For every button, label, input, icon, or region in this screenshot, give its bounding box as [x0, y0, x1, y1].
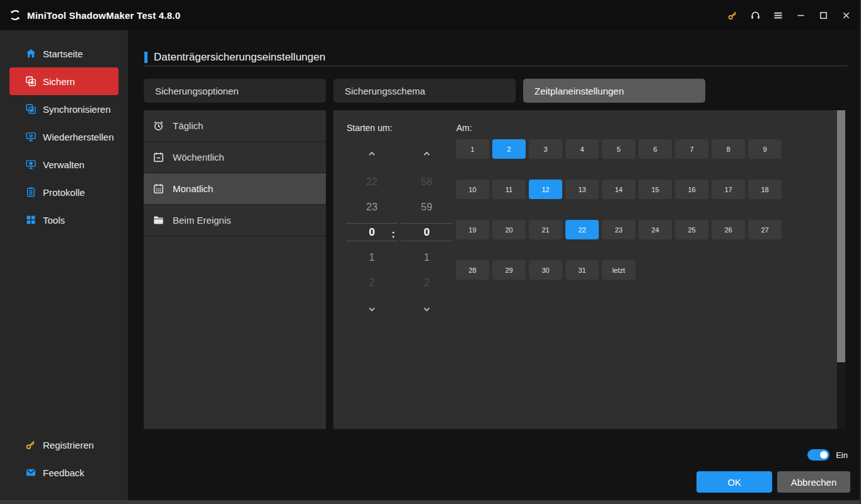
sidebar-item-label: Registrieren [43, 440, 94, 450]
close-icon[interactable] [835, 0, 857, 30]
day-button-16[interactable]: 16 [675, 180, 708, 199]
sidebar-item-sichern[interactable]: Sichern [9, 67, 118, 95]
tab-zeitplaneinstellungen[interactable]: Zeitplaneinstellungen [523, 79, 705, 103]
sidebar-item-wiederherstellen[interactable]: Wiederherstellen [0, 123, 128, 151]
hour-down-chevron-icon[interactable] [346, 302, 398, 317]
tab-sicherungsschema[interactable]: Sicherungsschema [333, 79, 516, 103]
cancel-button[interactable]: Abbrechen [777, 471, 850, 493]
day-button-10[interactable]: 10 [456, 180, 489, 199]
sidebar-item-label: Sichern [43, 76, 75, 87]
toggle-state-label: Ein [836, 450, 848, 460]
day-button-31[interactable]: 31 [565, 260, 599, 280]
frequency-label: Beim Ereignis [173, 215, 231, 226]
frequency-item-t-glich[interactable]: Täglich [144, 110, 326, 142]
day-button-2[interactable]: 2 [492, 139, 526, 159]
sidebar-item-synchronisieren[interactable]: Synchronisieren [0, 95, 128, 123]
toggle-knob [820, 451, 828, 459]
sidebar-item-label: Tools [43, 215, 65, 226]
folder-icon [153, 214, 165, 226]
calendar-week-icon [153, 151, 165, 163]
day-button-25[interactable]: 25 [675, 220, 708, 239]
day-button-14[interactable]: 14 [602, 180, 635, 199]
day-button-7[interactable]: 7 [675, 139, 708, 159]
day-button-letzt[interactable]: letzt [602, 260, 635, 280]
day-button-1[interactable]: 1 [456, 139, 489, 159]
sidebar-item-verwalten[interactable]: Verwalten [0, 151, 128, 178]
frequency-panel: TäglichWöchentlichMonatlichBeim Ereignis [144, 110, 326, 429]
support-headset-icon[interactable] [744, 0, 766, 30]
sidebar-item-registrieren[interactable]: Registrieren [0, 431, 128, 459]
heading-divider [144, 66, 848, 66]
day-button-28[interactable]: 28 [456, 260, 489, 280]
frequency-item-monatlich[interactable]: Monatlich [144, 173, 326, 205]
frequency-item-beim-ereignis[interactable]: Beim Ereignis [144, 205, 326, 236]
app-logo-icon [9, 9, 21, 21]
day-button-15[interactable]: 15 [639, 180, 672, 199]
minute-down-chevron-icon[interactable] [401, 302, 453, 317]
sidebar-item-tools[interactable]: Tools [0, 206, 128, 234]
day-button-22[interactable]: 22 [565, 220, 599, 239]
time-separator: : [388, 225, 399, 243]
schedule-toggle[interactable] [807, 449, 829, 461]
menu-icon[interactable] [766, 0, 789, 30]
day-button-18[interactable]: 18 [748, 180, 782, 199]
day-button-13[interactable]: 13 [565, 180, 599, 199]
frequency-label: Täglich [173, 120, 203, 131]
day-button-21[interactable]: 21 [529, 220, 562, 239]
day-button-5[interactable]: 5 [602, 139, 635, 159]
sidebar-item-label: Startseite [43, 49, 83, 59]
sidebar-item-feedback[interactable]: Feedback [0, 459, 128, 486]
day-button-8[interactable]: 8 [712, 139, 745, 159]
frequency-label: Monatlich [173, 183, 213, 194]
sidebar: StartseiteSichernSynchronisierenWiederhe… [0, 30, 128, 500]
day-button-12[interactable]: 12 [529, 180, 562, 199]
hour-value[interactable]: 2 [346, 270, 398, 295]
mail-icon [25, 467, 37, 478]
ok-button[interactable]: OK [696, 471, 772, 493]
manage-icon [25, 159, 37, 170]
minute-value[interactable]: 2 [401, 270, 453, 295]
day-button-30[interactable]: 30 [529, 260, 562, 280]
minute-up-chevron-icon[interactable] [401, 146, 453, 161]
day-button-27[interactable]: 27 [748, 220, 782, 239]
day-button-11[interactable]: 11 [492, 180, 526, 199]
scrollbar[interactable] [837, 110, 845, 429]
page-heading: Datenträgersicherungseinstellungen [144, 51, 325, 64]
restore-icon [25, 131, 37, 142]
scrollbar-thumb[interactable] [837, 110, 845, 362]
day-button-17[interactable]: 17 [712, 180, 745, 199]
frequency-label: Wöchentlich [173, 152, 224, 163]
day-button-26[interactable]: 26 [712, 220, 745, 239]
hour-up-chevron-icon[interactable] [346, 146, 398, 161]
maximize-icon[interactable] [812, 0, 835, 30]
day-button-23[interactable]: 23 [602, 220, 635, 239]
tab-sicherungsoptionen[interactable]: Sicherungsoptionen [144, 79, 326, 103]
day-button-24[interactable]: 24 [639, 220, 672, 239]
hour-value[interactable]: 23 [346, 195, 398, 220]
day-button-6[interactable]: 6 [639, 139, 672, 159]
hour-value[interactable]: 22 [346, 169, 398, 195]
minimize-icon[interactable] [789, 0, 812, 30]
day-button-19[interactable]: 19 [456, 220, 489, 239]
day-button-9[interactable]: 9 [748, 139, 782, 159]
day-button-3[interactable]: 3 [529, 139, 562, 159]
minute-spinner: 5859012 [401, 146, 453, 317]
frequency-item-w-chentlich[interactable]: Wöchentlich [144, 142, 326, 173]
logs-icon [25, 186, 37, 198]
minute-value[interactable]: 1 [401, 245, 453, 270]
sidebar-item-startseite[interactable]: Startseite [0, 40, 128, 67]
minute-value-selected[interactable]: 0 [401, 223, 453, 241]
day-button-20[interactable]: 20 [492, 220, 526, 239]
sidebar-item-protokolle[interactable]: Protokolle [0, 178, 128, 206]
day-button-4[interactable]: 4 [565, 139, 599, 159]
alarm-clock-icon [153, 120, 165, 132]
minute-value[interactable]: 58 [401, 169, 453, 195]
hour-value[interactable]: 1 [346, 245, 398, 270]
day-button-29[interactable]: 29 [492, 260, 526, 280]
window-bottom-edge [0, 500, 861, 504]
register-key-icon[interactable] [721, 0, 744, 30]
minute-value[interactable]: 59 [401, 195, 453, 220]
sidebar-item-label: Protokolle [43, 187, 85, 198]
start-time-label: Starten um: [347, 123, 392, 133]
schedule-toggle-row: Ein [807, 449, 848, 461]
